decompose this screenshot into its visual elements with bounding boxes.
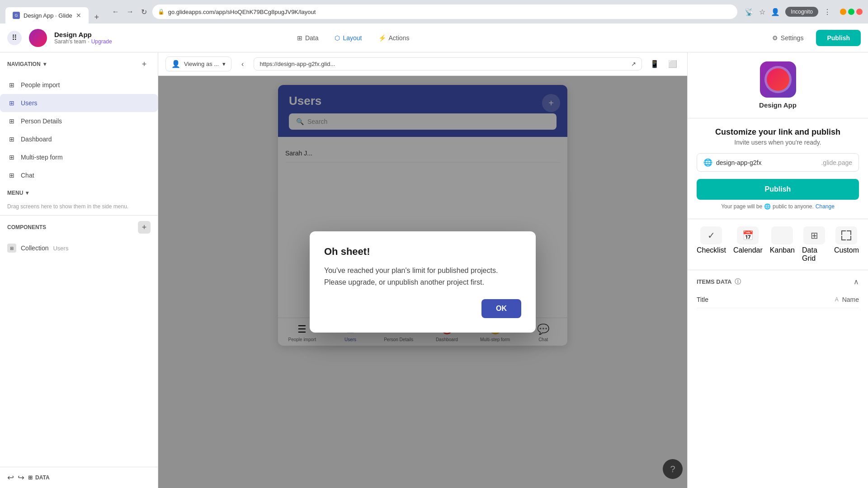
sidebar-item-users[interactable]: ⊞ Users [0, 94, 158, 112]
customize-subtitle: Invite users when you're ready. [697, 139, 859, 146]
link-value: design-app-g2fx [716, 159, 817, 166]
view-option-calendar[interactable]: 📅 Calendar [733, 226, 763, 263]
team-name: Sarah's team · Upgrade [54, 38, 112, 45]
maximize-button[interactable] [848, 9, 854, 15]
publish-button[interactable]: Publish [816, 30, 861, 46]
calendar-icon: 📅 [737, 226, 759, 244]
sidebar-item-dashboard[interactable]: ⊞ Dashboard [0, 130, 158, 148]
settings-icon: ⚙ [772, 34, 778, 42]
link-field[interactable]: 🌐 design-app-g2fx .glide.page [697, 153, 859, 172]
items-data-row: Title A Name [697, 291, 859, 308]
menu-header: MENU ▾ [0, 184, 158, 202]
canvas-area: 👤 Viewing as ... ▾ ‹ https://design-app-… [158, 52, 687, 488]
people-import-label: People import [21, 81, 60, 89]
lock-icon: 🔒 [158, 9, 165, 15]
browser-tabs: G Design App · Glide ✕ + [5, 0, 103, 23]
browser-controls: ← → ↻ [110, 6, 149, 18]
modal-body: You've reached your plan's limit for pub… [324, 265, 521, 288]
dashboard-icon: ⊞ [7, 135, 16, 144]
nav-data[interactable]: ⊞ Data [290, 31, 326, 45]
collection-icon: ⊞ [7, 244, 16, 253]
undo-button[interactable]: ↩ [7, 473, 14, 483]
sidebar-item-chat[interactable]: ⊞ Chat [0, 166, 158, 184]
items-title-label: Title [697, 296, 708, 303]
components-add-button[interactable]: + [138, 221, 151, 234]
components-label: COMPONENTS [7, 224, 46, 230]
collection-label: Collection [21, 244, 48, 252]
app-name: Design App [54, 31, 112, 38]
nav-actions[interactable]: ⚡ Actions [371, 31, 417, 45]
tab-title: Design App · Glide [24, 12, 72, 19]
back-nav-arrow[interactable]: ‹ [237, 57, 248, 71]
user-avatar-small: 👤 [171, 60, 180, 68]
mobile-icon[interactable]: 📱 [647, 57, 662, 71]
minimize-button[interactable] [840, 9, 846, 15]
data-label: ⊞ DATA [28, 474, 50, 481]
view-option-data-grid[interactable]: ⊞ Data Grid [802, 226, 827, 263]
app-menu-icon[interactable]: ⠿ [7, 31, 22, 45]
view-option-checklist[interactable]: ✓ Checklist [697, 226, 726, 263]
avatar [29, 29, 47, 47]
modal-overlay: Oh sheet! You've reached your plan's lim… [158, 76, 687, 488]
tablet-icon[interactable]: ⬜ [665, 57, 680, 71]
collapse-icon[interactable]: ∧ [854, 277, 859, 286]
settings-button[interactable]: ⚙ Settings [765, 31, 811, 45]
items-data-value: A Name [835, 296, 859, 303]
sidebar-bottom: ↩ ↪ ⊞ DATA [0, 467, 158, 488]
modal-ok-button[interactable]: OK [481, 299, 521, 318]
navigation-header: NAVIGATION ▾ + [0, 52, 158, 76]
chat-icon: ⊞ [7, 171, 16, 180]
change-link[interactable]: Change [816, 203, 835, 210]
browser-right-icons: 📡 ☆ 👤 Incognito ⋮ [745, 7, 831, 17]
modal-body-line2: Please upgrade, or unpublish another pro… [324, 278, 484, 286]
star-icon[interactable]: ☆ [759, 8, 765, 16]
custom-corners-icon [839, 228, 854, 243]
incognito-button[interactable]: Incognito [785, 7, 818, 17]
reload-button[interactable]: ↻ [139, 6, 149, 18]
right-panel-app-name: Design App [759, 101, 797, 109]
customize-title: Customize your link and publish [697, 127, 859, 137]
collection-item[interactable]: ⊞ Collection Users [0, 239, 158, 257]
cast-icon[interactable]: 📡 [745, 8, 754, 16]
viewing-as-label: Viewing as ... [184, 61, 219, 67]
publish-action-button[interactable]: Publish [697, 179, 859, 200]
active-tab[interactable]: G Design App · Glide ✕ [5, 7, 89, 23]
app-brand: Design App Sarah's team · Upgrade [54, 31, 112, 45]
data-icon: ⊞ [297, 34, 302, 42]
new-tab-button[interactable]: + [90, 11, 103, 23]
external-link-icon[interactable]: ↗ [631, 61, 636, 67]
items-data-section: ITEMS DATA ⓘ ∧ Title A Name [688, 270, 868, 315]
upgrade-link[interactable]: Upgrade [91, 38, 112, 45]
menu-icon[interactable]: ⋮ [824, 8, 831, 16]
close-tab-icon[interactable]: ✕ [76, 12, 81, 19]
info-icon: ⓘ [735, 278, 741, 286]
data-grid-view-icon: ⊞ [803, 226, 825, 244]
url-preview-bar[interactable]: https://design-app-g2fx.glid... ↗ [254, 57, 642, 70]
sidebar-item-person-details[interactable]: ⊞ Person Details [0, 112, 158, 130]
app-container: ⠿ Design App Sarah's team · Upgrade ⊞ Da… [0, 23, 868, 488]
public-type-text: public to anyone. [773, 203, 814, 210]
users-icon: ⊞ [7, 99, 16, 108]
back-button[interactable]: ← [110, 6, 121, 18]
menu-drag-hint: Drag screens here to show them in the si… [0, 202, 158, 215]
viewing-as-selector[interactable]: 👤 Viewing as ... ▾ [165, 56, 231, 71]
modal-body-line1: You've reached your plan's limit for pub… [324, 267, 498, 274]
components-header: COMPONENTS + [0, 215, 158, 239]
navigation-add-button[interactable]: + [138, 58, 151, 70]
view-option-kanban[interactable]: Kanban [770, 226, 795, 263]
person-details-label: Person Details [21, 117, 62, 125]
lightning-icon: ⚡ [378, 34, 386, 42]
person-details-icon: ⊞ [7, 117, 16, 126]
sidebar-item-multi-step-form[interactable]: ⊞ Multi-step form [0, 148, 158, 166]
multi-step-form-icon: ⊞ [7, 153, 16, 162]
close-window-button[interactable] [856, 9, 863, 15]
main-content: NAVIGATION ▾ + ⊞ People import ⊞ Users ⊞… [0, 52, 868, 488]
view-option-custom[interactable]: Custom [834, 226, 859, 263]
forward-button[interactable]: → [125, 6, 136, 18]
address-bar[interactable]: 🔒 go.glideapps.com/app/sHoQEhK79BCg8pugJ… [152, 5, 738, 19]
right-panel: Design App Customize your link and publi… [687, 52, 868, 488]
redo-button[interactable]: ↪ [18, 473, 24, 483]
sidebar-item-people-import[interactable]: ⊞ People import [0, 76, 158, 94]
nav-layout[interactable]: ⬡ Layout [327, 31, 369, 45]
profile-icon[interactable]: 👤 [771, 8, 780, 16]
